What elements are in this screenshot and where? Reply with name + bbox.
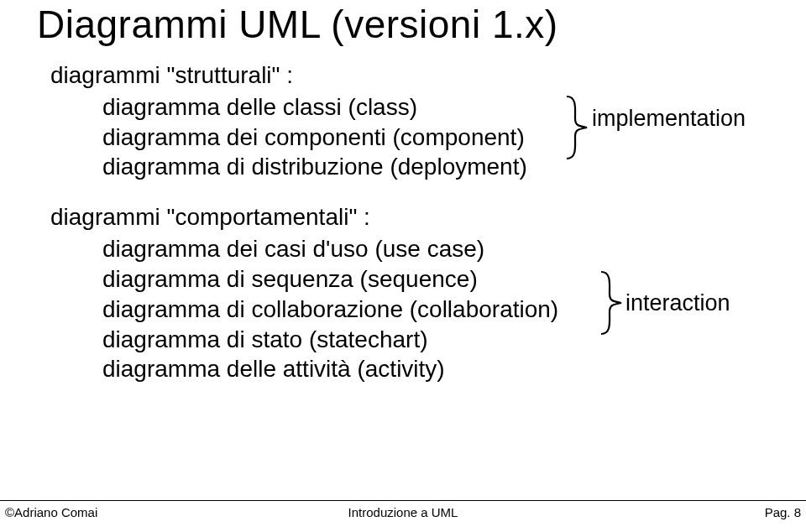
brace-icon bbox=[564, 95, 589, 160]
structural-item-1: diagramma delle classi (class) bbox=[50, 92, 558, 123]
structural-item-3: diagramma di distribuzione (deployment) bbox=[50, 152, 558, 182]
annotation-interaction: interaction bbox=[625, 290, 730, 316]
behavioral-item-5: diagramma delle attività (activity) bbox=[50, 354, 558, 384]
behavioral-item-3: diagramma di collaborazione (collaborati… bbox=[50, 295, 558, 325]
behavioral-item-2: diagramma di sequenza (sequence) bbox=[50, 264, 558, 295]
section-structural-head: diagrammi "strutturali" : bbox=[50, 60, 558, 91]
footer-center: Introduzione a UML bbox=[0, 505, 806, 519]
footer-divider bbox=[0, 500, 806, 501]
footer: ©Adriano Comai Introduzione a UML Pag. 8 bbox=[0, 500, 806, 524]
annotation-implementation: implementation bbox=[592, 106, 746, 132]
footer-right: Pag. 8 bbox=[765, 505, 801, 519]
section-behavioral-head: diagrammi "comportamentali" : bbox=[50, 202, 558, 232]
page-title: Diagrammi UML (versioni 1.x) bbox=[37, 2, 558, 47]
body-text: diagrammi "strutturali" : diagramma dell… bbox=[50, 60, 558, 393]
brace-icon bbox=[599, 270, 624, 336]
behavioral-item-1: diagramma dei casi d'uso (use case) bbox=[50, 234, 558, 264]
behavioral-item-4: diagramma di stato (statechart) bbox=[50, 325, 558, 355]
structural-item-2: diagramma dei componenti (component) bbox=[50, 123, 558, 153]
